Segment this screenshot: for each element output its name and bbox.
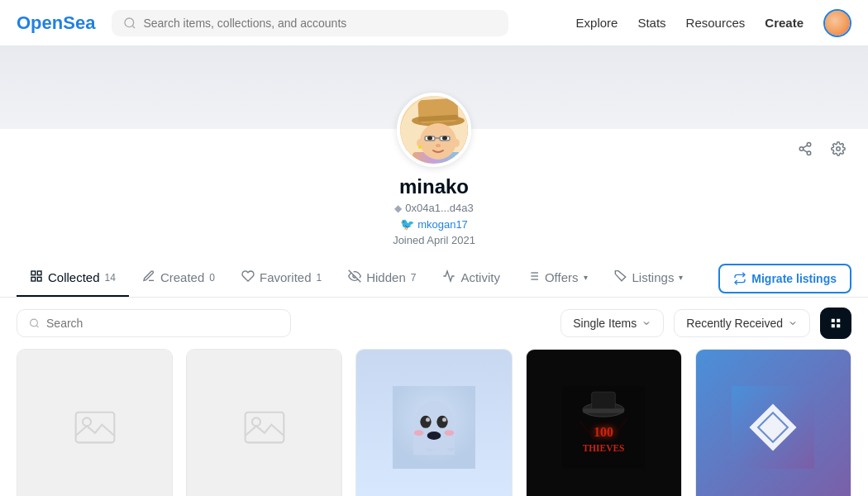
profile-avatar (397, 93, 471, 167)
svg-point-3 (807, 151, 811, 155)
dark-nft-illustration: 100 THIEVES (562, 386, 645, 469)
profile-name: minako (399, 175, 469, 198)
tab-offers-icon (527, 269, 540, 285)
toolbar: Single Items Recently Received (0, 298, 868, 349)
profile-section: minako ◆ 0x04a1...d4a3 🐦 mkogan17 Joined… (0, 129, 868, 246)
logo[interactable]: OpenSea (17, 12, 95, 34)
nft-card-3[interactable] (355, 349, 512, 496)
svg-point-21 (436, 144, 441, 147)
svg-point-12 (420, 123, 456, 160)
tab-hidden-icon (348, 269, 361, 285)
profile-address: ◆ 0x04a1...d4a3 (394, 202, 473, 214)
svg-point-51 (427, 432, 441, 440)
svg-point-35 (31, 319, 38, 327)
migrate-icon (733, 272, 746, 285)
nft-card-2[interactable] (186, 349, 342, 496)
svg-point-48 (436, 415, 447, 427)
single-items-dropdown-icon (641, 318, 651, 328)
recently-received-select[interactable]: Recently Received (674, 309, 810, 337)
tab-listings[interactable]: Listings ▾ (601, 260, 697, 297)
tab-created-icon (142, 269, 155, 285)
svg-rect-24 (37, 277, 41, 281)
tab-listings-icon (614, 269, 627, 285)
nft-card-5[interactable] (695, 349, 851, 496)
nft-card-4[interactable]: 100 THIEVES (526, 349, 682, 496)
twitter-icon: 🐦 (400, 217, 414, 231)
tab-favorited-icon (241, 269, 255, 285)
svg-point-43 (252, 417, 260, 426)
ghost-illustration (393, 386, 475, 469)
ethereum-icon: ◆ (394, 203, 402, 214)
svg-point-6 (837, 147, 841, 151)
share-button[interactable] (792, 136, 818, 162)
profile-actions (792, 136, 851, 162)
svg-rect-23 (37, 271, 41, 275)
nav-resources[interactable]: Resources (686, 16, 746, 30)
nav-explore[interactable]: Explore (576, 16, 618, 30)
navbar-links: Explore Stats Resources Create (576, 9, 851, 37)
tab-offers[interactable]: Offers ▾ (513, 260, 601, 297)
recently-received-dropdown-icon (788, 318, 798, 328)
toolbar-search (17, 309, 291, 337)
svg-point-16 (442, 136, 447, 141)
svg-rect-57 (583, 408, 624, 413)
tab-collected[interactable]: Collected 14 (17, 260, 129, 297)
svg-rect-22 (31, 271, 36, 275)
svg-point-47 (420, 415, 431, 427)
svg-point-50 (442, 417, 446, 422)
svg-point-52 (414, 430, 424, 436)
nav-create[interactable]: Create (765, 16, 804, 30)
svg-rect-37 (837, 319, 840, 322)
placeholder-image-icon-2 (244, 411, 285, 444)
nft-grid: 100 THIEVES (0, 349, 868, 496)
tab-favorited[interactable]: Favorited 1 (228, 260, 335, 297)
svg-line-4 (803, 150, 807, 152)
svg-rect-56 (592, 392, 616, 411)
svg-text:THIEVES: THIEVES (583, 442, 625, 452)
profile-twitter[interactable]: 🐦 mkogan17 (400, 217, 468, 231)
svg-text:100: 100 (594, 424, 613, 438)
share-icon (798, 141, 813, 156)
grid-icon (830, 317, 842, 329)
tab-created[interactable]: Created 0 (129, 260, 228, 297)
toolbar-search-input[interactable] (46, 317, 279, 330)
blue-nft-illustration (732, 386, 814, 469)
tab-collected-icon (30, 269, 43, 285)
search-icon (123, 17, 136, 30)
svg-point-1 (807, 143, 811, 147)
svg-point-49 (426, 417, 430, 422)
svg-point-41 (83, 417, 91, 426)
svg-point-53 (444, 430, 454, 436)
avatar[interactable] (823, 9, 851, 37)
svg-marker-33 (615, 271, 625, 281)
avatar-illustration (400, 96, 468, 164)
offers-dropdown-icon: ▾ (584, 273, 588, 282)
svg-point-15 (427, 136, 432, 141)
single-items-select[interactable]: Single Items (560, 309, 664, 337)
tab-activity-icon (442, 269, 455, 285)
navbar: OpenSea Explore Stats Resources Create (0, 0, 868, 46)
nav-stats[interactable]: Stats (637, 16, 665, 30)
svg-rect-40 (75, 412, 114, 442)
grid-view-button[interactable] (820, 308, 851, 339)
svg-rect-25 (31, 277, 36, 281)
search-bar (112, 10, 508, 36)
tab-activity[interactable]: Activity (429, 260, 513, 297)
tabs-bar: Collected 14 Created 0 Favorited 1 Hidde… (0, 260, 868, 298)
svg-line-5 (803, 145, 807, 148)
svg-rect-42 (245, 412, 284, 442)
svg-point-20 (418, 145, 422, 149)
settings-button[interactable] (825, 136, 851, 162)
search-input[interactable] (143, 17, 497, 30)
svg-point-0 (125, 18, 134, 27)
svg-rect-39 (832, 324, 835, 327)
svg-rect-38 (837, 324, 840, 327)
profile-joined: Joined April 2021 (393, 234, 475, 246)
gear-icon (831, 141, 846, 156)
nft-card-1[interactable] (17, 349, 173, 496)
svg-point-19 (453, 139, 460, 147)
listings-dropdown-icon: ▾ (679, 273, 683, 282)
migrate-listings-button[interactable]: Migrate listings (718, 264, 851, 293)
tab-hidden[interactable]: Hidden 7 (335, 260, 429, 297)
svg-rect-36 (832, 319, 835, 322)
